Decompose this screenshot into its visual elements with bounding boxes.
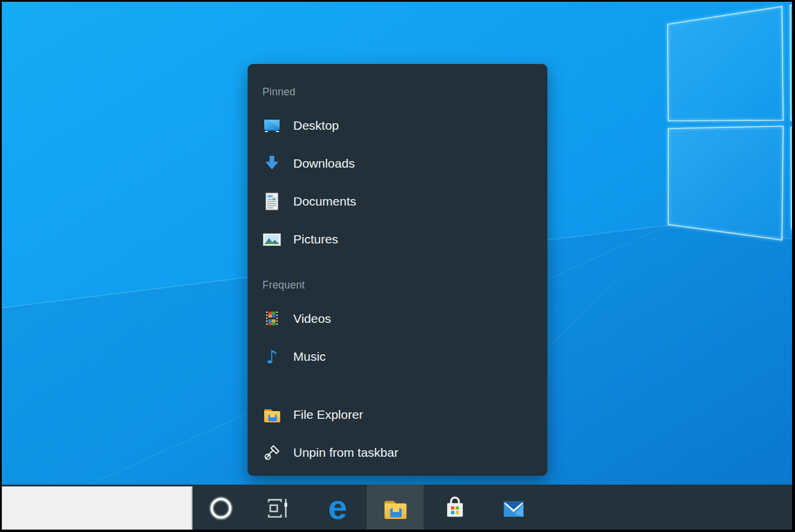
file-explorer-button[interactable] (367, 485, 424, 532)
jumplist-task-label: Unpin from taskbar (293, 446, 398, 460)
downloads-icon (262, 154, 281, 173)
windows-desktop-screen: Pinned Desktop (0, 0, 795, 532)
file-explorer-icon (382, 495, 408, 521)
videos-icon (262, 309, 281, 328)
file-explorer-icon (262, 405, 281, 424)
edge-button[interactable]: e (309, 485, 366, 532)
jumplist-item-documents[interactable]: Documents (262, 182, 539, 220)
jumplist-item-videos[interactable]: Videos (262, 300, 539, 338)
edge-icon: e (328, 490, 347, 524)
music-icon: ♪ (262, 347, 281, 366)
jumplist-item-label: Downloads (293, 156, 355, 171)
task-view-icon (265, 496, 290, 521)
jumplist-item-label: Documents (293, 194, 356, 209)
screen-border (0, 0, 2, 532)
jumplist-item-label: Pictures (293, 232, 338, 246)
jumplist-task-file-explorer[interactable]: File Explorer (262, 396, 539, 434)
jumplist-item-label: Videos (293, 312, 331, 326)
jumplist-item-label: Music (293, 350, 326, 364)
screen-border (0, 0, 795, 2)
cortana-icon (209, 496, 233, 520)
screen-border (792, 0, 795, 532)
microsoft-store-button[interactable] (427, 485, 483, 532)
cortana-button[interactable] (193, 485, 249, 532)
file-explorer-jumplist: Pinned Desktop (248, 64, 547, 476)
screen-border (0, 530, 795, 532)
jumplist-section-header-frequent: Frequent (262, 278, 539, 291)
desktop-icon (262, 116, 281, 135)
jumplist-item-desktop[interactable]: Desktop (262, 107, 539, 145)
unpin-icon (262, 443, 281, 462)
jumplist-section-header-pinned: Pinned (262, 85, 539, 98)
jumplist-item-pictures[interactable]: Pictures (262, 220, 539, 258)
task-view-button[interactable] (249, 485, 306, 532)
jumplist-task-label: File Explorer (293, 408, 363, 422)
jumplist-task-unpin[interactable]: Unpin from taskbar (262, 434, 539, 472)
mail-icon (501, 495, 527, 521)
jumplist-item-music[interactable]: ♪ Music (262, 338, 539, 376)
taskbar: e (0, 485, 795, 532)
documents-icon (262, 192, 281, 211)
jumplist-item-downloads[interactable]: Downloads (262, 145, 539, 182)
pictures-icon (262, 230, 281, 249)
taskbar-search-box[interactable] (2, 486, 193, 530)
mail-button[interactable] (485, 485, 542, 532)
jumplist-item-label: Desktop (293, 118, 339, 133)
microsoft-store-icon (442, 495, 468, 521)
